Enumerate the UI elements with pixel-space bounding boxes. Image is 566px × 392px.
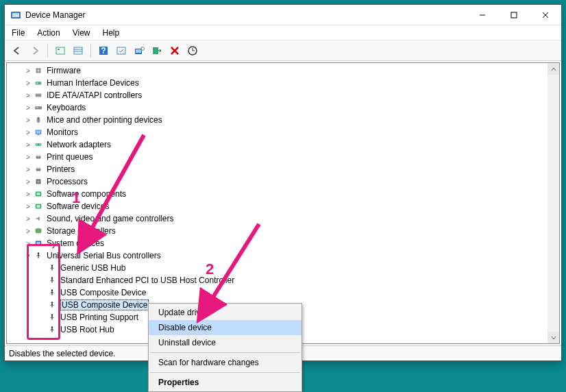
ide-icon [33,90,44,100]
chevron-right-icon[interactable]: > [23,215,33,223]
arrow-2-icon [190,221,266,330]
svg-text:?: ? [101,46,106,56]
category-label: Mice and other pointing devices [47,115,162,125]
scan-button[interactable] [131,42,147,59]
scroll-up-icon[interactable] [547,63,559,75]
chevron-right-icon[interactable]: > [23,67,33,75]
tree-category[interactable]: >Firmware [11,64,559,77]
storage-icon [33,226,44,236]
menu-separator [150,372,300,373]
forward-button[interactable] [27,42,43,59]
device-label: USB Composite Device [60,288,146,297]
maximize-button[interactable] [498,5,530,25]
menu-action[interactable]: Action [37,28,60,38]
device-label: Generic USB Hub [60,263,125,273]
chevron-right-icon[interactable]: > [23,228,33,235]
disable-button[interactable] [167,42,183,59]
show-hidden-button[interactable] [52,42,69,59]
svg-rect-23 [36,82,42,84]
tree-category[interactable]: >Keyboards [11,101,559,114]
category-label: Firmware [47,66,81,75]
select-columns-button[interactable] [70,42,86,59]
svg-rect-17 [153,47,158,54]
tree-category[interactable]: >IDE ATA/ATAPI controllers [11,89,559,101]
app-icon [10,10,21,21]
menu-view[interactable]: View [73,28,90,38]
arrow-1-icon [69,132,151,262]
chevron-right-icon[interactable]: > [23,104,33,112]
highlight-box [27,244,60,340]
svg-point-37 [40,144,41,145]
menu-help[interactable]: Help [103,28,120,38]
context-scan-hardware[interactable]: Scan for hardware changes [149,355,302,370]
monitor-icon [33,127,44,137]
tree-device[interactable]: USB Composite Device [11,286,559,299]
context-properties[interactable]: Properties [149,375,302,390]
mouse-icon [33,115,44,125]
tree-category[interactable]: >Human Interface Devices [11,77,559,89]
minimize-button[interactable] [467,5,498,25]
category-label: Human Interface Devices [47,78,139,88]
tree-device[interactable]: Standard Enhanced PCI to USB Host Contro… [11,274,559,286]
chevron-right-icon[interactable]: > [23,191,33,198]
window-title: Device Manager [25,10,467,20]
svg-rect-6 [56,47,64,54]
menu-file[interactable]: File [12,28,25,38]
device-label: USB Printing Support [60,313,138,322]
svg-rect-7 [58,49,60,50]
svg-line-81 [81,135,144,248]
toolbar: ? [5,40,561,61]
menu-separator [150,352,300,353]
category-label: Keyboards [47,103,86,112]
svg-rect-39 [36,155,40,157]
printer-icon [33,164,44,174]
svg-rect-41 [36,167,40,169]
chevron-right-icon[interactable]: > [23,141,33,149]
context-uninstall-device[interactable]: Uninstall device [149,335,302,350]
sound-icon [33,214,44,223]
svg-rect-28 [36,107,37,108]
back-button[interactable] [9,42,25,59]
tree-device[interactable]: Generic USB Hub [11,262,559,274]
enable-button[interactable] [149,42,165,59]
svg-rect-33 [36,130,41,133]
scroll-down-icon[interactable] [547,332,559,343]
svg-rect-15 [136,49,141,53]
svg-rect-13 [117,47,125,54]
sw-icon [33,189,44,199]
hid-icon [33,78,44,88]
svg-point-50 [36,231,42,233]
chip-icon [33,66,44,75]
status-text: Disables the selected device. [9,349,115,358]
chevron-right-icon[interactable]: > [23,154,33,161]
printer-icon [33,152,44,162]
tree-category[interactable]: >Mice and other pointing devices [11,114,559,126]
chevron-right-icon[interactable]: > [23,166,33,173]
chevron-right-icon[interactable]: > [23,92,33,99]
chevron-right-icon[interactable]: > [23,117,33,124]
svg-rect-45 [36,193,40,195]
chevron-right-icon[interactable]: > [23,203,33,210]
chevron-right-icon[interactable]: > [23,178,33,186]
action-button[interactable] [113,42,130,59]
svg-rect-47 [36,205,40,207]
device-label: USB Root Hub [60,325,114,334]
svg-rect-22 [37,69,39,71]
scrollbar[interactable] [547,63,559,343]
svg-rect-43 [37,180,39,182]
svg-point-36 [36,144,38,145]
chevron-right-icon[interactable]: > [23,129,33,136]
cpu-icon [33,177,44,186]
keyboard-icon [33,103,44,112]
svg-line-82 [201,224,259,317]
close-button[interactable] [530,5,561,25]
chevron-right-icon[interactable]: > [23,79,33,87]
svg-rect-29 [37,107,38,108]
help-button[interactable]: ? [95,42,112,59]
window-controls [467,5,561,25]
svg-rect-3 [511,12,517,18]
sw-icon [33,201,44,211]
svg-rect-34 [37,134,39,136]
update-driver-button[interactable] [184,42,201,59]
svg-rect-27 [35,106,42,109]
